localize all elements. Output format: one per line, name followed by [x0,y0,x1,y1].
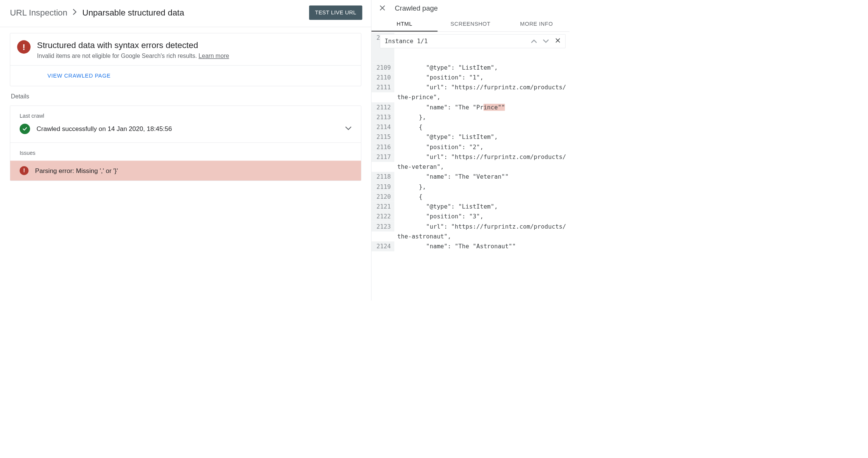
line-number: 2109 [372,62,394,72]
chevron-down-icon[interactable] [345,126,351,131]
check-icon [20,124,30,134]
view-crawled-page-link[interactable]: VIEW CRAWLED PAGE [47,73,111,79]
code-text: "@type": "ListItem", [394,62,570,72]
test-live-url-button[interactable]: TEST LIVE URL [309,5,362,20]
chevron-down-icon[interactable] [543,38,549,45]
code-text: { [394,122,570,132]
close-icon[interactable] [379,5,386,12]
close-icon[interactable] [555,37,561,45]
line-number: 2112 [372,102,394,112]
code-text: "name": "The "Prince"" [394,102,570,112]
line-number: 2113 [372,112,394,122]
tab-screenshot[interactable]: SCREENSHOT [437,17,503,32]
code-text: { [394,192,570,202]
issue-row[interactable]: ! Parsing error: Missing ',' or '}' [10,160,361,180]
code-line: 2117 "url": "https://furprintz.com/produ… [372,152,570,172]
code-line: 2124 "name": "The "Astronaut"" [372,241,570,251]
issue-text: Parsing error: Missing ',' or '}' [35,167,118,174]
line-number: 2117 [372,152,394,162]
tab-more-info[interactable]: MORE INFO [503,17,569,32]
code-text: "position": "3", [394,212,570,221]
details-card: Last crawl Crawled successfully on 14 Ja… [10,106,361,181]
code-text: "name": "The "Veteran"" [394,172,570,182]
crawl-status-row[interactable]: Crawled successfully on 14 Jan 2020, 18:… [10,124,361,143]
code-text: "position": "2", [394,142,570,152]
line-number: 2116 [372,142,394,152]
code-line: 2113 }, [372,112,570,122]
code-text: }, [394,112,570,122]
side-panel-header: Crawled page [372,0,570,17]
crawl-status-text: Crawled successfully on 14 Jan 2020, 18:… [36,125,339,132]
code-text: "url": "https://furprintz.com/products/t… [394,152,570,172]
line-number: 2121 [372,202,394,212]
code-line: 2115 "@type": "ListItem", [372,132,570,142]
code-line: 2112 "name": "The "Prince"" [372,102,570,112]
code-text: "url": "https://furprintz.com/products/t… [394,83,570,102]
details-heading: Details [11,93,361,100]
side-panel-title: Crawled page [395,5,438,12]
code-line: 2114 { [372,122,570,132]
instance-count: Instance 1/1 [385,38,531,45]
code-line: 2119 }, [372,182,570,192]
code-text: "@type": "ListItem", [394,202,570,212]
line-number: 2123 [372,221,394,231]
chevron-right-icon [73,9,76,17]
line-number: 2115 [372,132,394,142]
chevron-up-icon[interactable] [531,38,537,45]
code-line: 2109 "@type": "ListItem", [372,62,570,72]
tab-html[interactable]: HTML [372,17,437,32]
instance-navigator: Instance 1/1 [380,34,565,48]
side-panel-tabs: HTML SCREENSHOT MORE INFO [372,17,570,32]
line-number: 2118 [372,172,394,182]
issues-label: Issues [10,143,361,160]
summary-title: Structured data with syntax errors detec… [37,40,229,50]
html-source-panel: 2106 "itemListElement": [2109 "@type": "… [372,32,570,251]
error-icon: ! [20,166,29,175]
code-line: 2122 "position": "3", [372,212,570,221]
summary-subtitle: Invalid items are not eligible for Googl… [37,52,229,59]
code-text: "url": "https://furprintz.com/products/t… [394,221,570,241]
last-crawl-label: Last crawl [10,106,361,123]
error-icon: ! [17,40,30,53]
code-line: 2111 "url": "https://furprintz.com/produ… [372,83,570,102]
code-line: 2123 "url": "https://furprintz.com/produ… [372,221,570,241]
breadcrumb: URL Inspection Unparsable structured dat… [10,8,184,18]
line-number: 2114 [372,122,394,132]
code-line: 2116 "position": "2", [372,142,570,152]
summary-card: ! Structured data with syntax errors det… [10,33,361,86]
line-number: 2119 [372,182,394,192]
breadcrumb-root[interactable]: URL Inspection [10,8,67,18]
code-text: }, [394,182,570,192]
error-highlight: ince"" [484,104,505,111]
code-text: "name": "The "Astronaut"" [394,241,570,251]
code-text: "position": "1", [394,73,570,83]
line-number: 2124 [372,241,394,251]
code-line: 2121 "@type": "ListItem", [372,202,570,212]
line-number: 2111 [372,83,394,92]
line-number: 2122 [372,212,394,221]
line-number: 2120 [372,192,394,202]
line-number: 2110 [372,73,394,83]
code-text: "@type": "ListItem", [394,132,570,142]
page-header: URL Inspection Unparsable structured dat… [0,0,371,27]
learn-more-link[interactable]: Learn more [198,52,229,59]
code-line: 2120 { [372,192,570,202]
code-line: 2118 "name": "The "Veteran"" [372,172,570,182]
code-line: 2110 "position": "1", [372,73,570,83]
breadcrumb-current: Unparsable structured data [82,8,184,18]
